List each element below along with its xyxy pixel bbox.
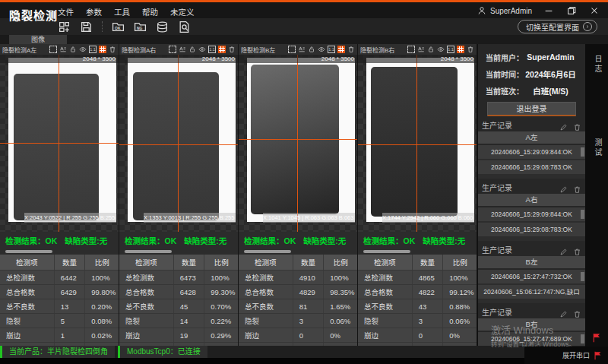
expand-serial-bar[interactable]: 展开串口 xyxy=(524,347,608,364)
titlebar: 文件参数工具帮助未定义 SuperAdmin xyxy=(0,2,608,18)
table-row: 总不良数 13 0.20% xyxy=(0,299,119,313)
record-list[interactable]: 20240606_15:29:09:844:OK20240606_15:29:0… xyxy=(478,145,585,179)
camera-image[interactable]: 2048 * 3500 X:1041 Y:1045 | R:063 G:063 … xyxy=(239,55,357,232)
document-search-icon[interactable] xyxy=(178,21,191,33)
tab-log[interactable]: 日志 xyxy=(592,55,603,74)
current-user-value: SuperAdmin xyxy=(524,52,578,62)
lock-icon[interactable] xyxy=(308,46,315,53)
horizontal-scrollbar[interactable] xyxy=(0,248,119,255)
stats-table: 检测项 数量 比例 总检测数 6473 100% xyxy=(119,255,238,346)
menu-item[interactable]: 参数 xyxy=(86,6,102,17)
app-window: 文件参数工具帮助未定义 SuperAdmin 隐裂检测 OK NG 切换至配置界… xyxy=(0,0,608,364)
vertical-scrollbar[interactable] xyxy=(581,272,584,281)
grid-icon[interactable] xyxy=(99,46,106,53)
eye-icon[interactable] xyxy=(437,46,445,53)
record-row[interactable]: 20240606_15:29:09:844:OK xyxy=(478,207,585,221)
menu-item[interactable]: 工具 xyxy=(114,6,130,17)
crosshair-horizontal xyxy=(358,144,477,145)
side-tab-strip: 日志 测试 xyxy=(585,44,608,364)
eye-icon[interactable] xyxy=(198,46,206,53)
minimize-button[interactable] xyxy=(543,5,555,16)
lock-icon[interactable] xyxy=(69,46,77,53)
panel-header: 隐裂检测A右 1:1 xyxy=(119,44,238,55)
result-label: 检测结果：OK xyxy=(363,235,415,246)
trash-icon[interactable] xyxy=(573,121,581,129)
switch-to-config-button[interactable]: 切换至配置界面 xyxy=(518,20,597,33)
one-to-one-icon[interactable]: 1:1 xyxy=(208,46,216,53)
folder-ng-icon[interactable]: NG xyxy=(134,21,147,33)
trash-icon[interactable] xyxy=(573,308,581,316)
annotation-icon[interactable] xyxy=(298,46,306,53)
record-list[interactable]: 20240606_15:27:47:689:OK20240606_15:06:1… xyxy=(478,332,585,346)
record-section-b-right: 生产记录 B右 20240606_15:27:47:689:OK20240606… xyxy=(478,306,585,346)
record-section-b-left: 生产记录 B左 20240606_15:27:47:732:OK20240606… xyxy=(478,244,585,303)
folder-ok-icon[interactable]: OK xyxy=(112,21,125,33)
delete-image-icon[interactable] xyxy=(109,46,116,53)
horizontal-scrollbar[interactable] xyxy=(358,248,477,255)
one-to-one-icon[interactable]: 1:1 xyxy=(89,46,97,53)
vertical-scrollbar[interactable] xyxy=(581,147,584,157)
flag-icon[interactable] xyxy=(591,332,603,343)
lock-icon[interactable] xyxy=(188,46,196,53)
record-row[interactable]: 20240606_15:27:47:732:OK xyxy=(478,270,585,283)
eye-icon[interactable] xyxy=(318,46,325,53)
scrollbar-thumb[interactable] xyxy=(125,250,172,253)
select-region-icon[interactable] xyxy=(49,46,57,53)
delete-image-icon[interactable] xyxy=(228,46,236,53)
close-button[interactable] xyxy=(588,5,600,16)
scrollbar-thumb[interactable] xyxy=(244,250,291,253)
scrollbar-thumb[interactable] xyxy=(363,250,410,253)
annotation-icon[interactable] xyxy=(417,46,425,53)
delete-image-icon[interactable] xyxy=(347,46,355,53)
panel-title: 隐裂检测B左 xyxy=(241,46,275,54)
defect-label: 缺陷类型:无 xyxy=(303,235,346,246)
edit-icon[interactable] xyxy=(559,183,568,191)
vertical-scrollbar[interactable] xyxy=(581,334,584,343)
record-row[interactable]: 20240606_15:29:08:783:OK xyxy=(478,223,585,236)
edit-icon[interactable] xyxy=(559,121,568,129)
camera-image[interactable]: 2048 * 3500 X:1353 Y:0013 | R:255 G:255 … xyxy=(119,55,238,232)
select-region-icon[interactable] xyxy=(288,46,296,53)
scrollbar-thumb[interactable] xyxy=(5,250,52,253)
trash-icon[interactable] xyxy=(573,183,581,191)
select-region-icon[interactable] xyxy=(169,46,176,53)
record-row[interactable]: 20240606_15:06:12:747:NG,缺口 xyxy=(478,285,585,299)
user-chip[interactable]: SuperAdmin xyxy=(477,6,532,15)
layout-grid-icon[interactable] xyxy=(58,21,71,33)
tab-image[interactable]: 图像 xyxy=(9,35,67,44)
horizontal-scrollbar[interactable] xyxy=(239,248,357,255)
maximize-button[interactable] xyxy=(565,5,578,16)
record-row[interactable]: 20240606_15:29:09:844:OK xyxy=(478,145,585,159)
edit-icon[interactable] xyxy=(559,308,568,316)
trash-icon[interactable] xyxy=(573,245,581,254)
annotation-icon[interactable] xyxy=(179,46,186,53)
camera-image[interactable]: 2048 * 3500 X:2043 Y:0522 | R:255 G:255 … xyxy=(0,55,119,232)
record-list[interactable]: 20240606_15:29:09:844:OK20240606_15:29:0… xyxy=(478,207,585,241)
record-list[interactable]: 20240606_15:27:47:732:OK20240606_15:06:1… xyxy=(478,270,585,303)
logout-button[interactable]: 退出登录 xyxy=(487,102,576,116)
menu-item[interactable]: 文件 xyxy=(58,6,74,17)
menu-item[interactable]: 帮助 xyxy=(142,6,158,17)
vertical-scrollbar[interactable] xyxy=(581,210,584,219)
record-row[interactable]: 20240606_15:29:08:783:OK xyxy=(478,160,585,174)
annotation-icon[interactable] xyxy=(59,46,67,53)
tab-test[interactable]: 测试 xyxy=(592,138,603,158)
one-to-one-icon[interactable]: 1:1 xyxy=(328,46,335,53)
record-section-title: 生产记录 xyxy=(482,306,512,318)
grid-icon[interactable] xyxy=(457,46,464,53)
database-icon[interactable] xyxy=(156,21,169,33)
main-area: 隐裂检测A左 1:1 2048 * 3500 X:2043 Y:0522 | xyxy=(0,44,608,346)
save-icon[interactable] xyxy=(80,21,93,33)
grid-icon[interactable] xyxy=(337,46,345,53)
edit-icon[interactable] xyxy=(559,245,568,254)
grid-icon[interactable] xyxy=(218,46,226,53)
eye-icon[interactable] xyxy=(79,46,87,53)
delete-image-icon[interactable] xyxy=(467,46,474,53)
one-to-one-icon[interactable]: 1:1 xyxy=(447,46,454,53)
horizontal-scrollbar[interactable] xyxy=(119,248,238,255)
record-row[interactable]: 20240606_15:27:47:689:OK xyxy=(478,332,585,346)
menu-item[interactable]: 未定义 xyxy=(170,6,195,17)
select-region-icon[interactable] xyxy=(407,46,415,53)
lock-icon[interactable] xyxy=(427,46,435,53)
camera-image[interactable]: 2048 * 3500 X:1744 Y:2942 | R:060 G:060 … xyxy=(358,55,477,232)
